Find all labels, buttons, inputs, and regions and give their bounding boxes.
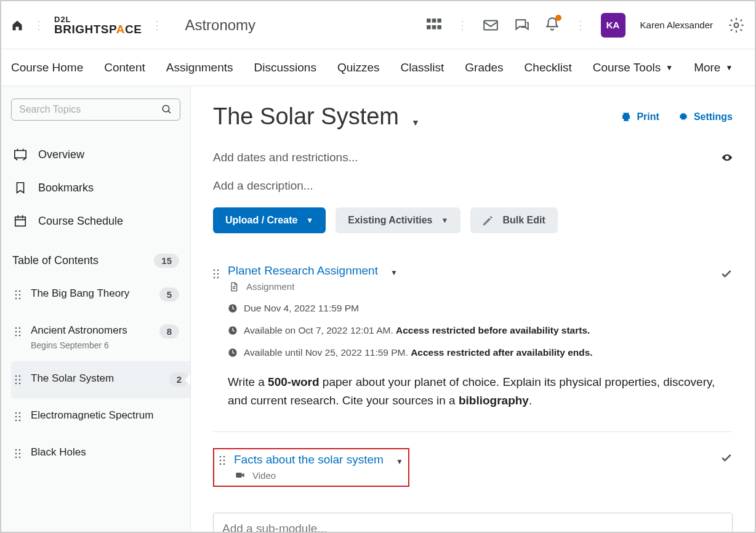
chevron-down-icon[interactable]: ▼ — [396, 457, 403, 466]
drag-handle-icon[interactable] — [15, 412, 21, 424]
svg-point-35 — [15, 449, 17, 451]
chevron-down-icon: ▼ — [306, 216, 313, 225]
search-input[interactable] — [19, 104, 161, 115]
page-title[interactable]: The Solar System — [213, 103, 399, 130]
svg-rect-1 — [432, 18, 436, 23]
drag-handle-icon[interactable] — [15, 290, 21, 302]
bulk-edit-button[interactable]: Bulk Edit — [470, 207, 557, 233]
drag-handle-icon[interactable] — [219, 455, 225, 468]
apps-grid-icon[interactable] — [426, 17, 442, 33]
svg-point-42 — [214, 270, 215, 271]
course-name[interactable]: Astronomy — [185, 17, 255, 34]
count-badge: 5 — [159, 287, 179, 302]
toc-header[interactable]: Table of Contents 15 — [11, 242, 180, 276]
sidebar-overview[interactable]: Overview — [11, 138, 180, 171]
drag-handle-icon[interactable] — [15, 375, 21, 387]
highlighted-content-item: Facts about the solar system ▼ Video — [213, 448, 409, 487]
content-type-label: Video — [252, 470, 276, 481]
nav-course-tools[interactable]: Course Tools▼ — [593, 61, 673, 74]
print-button[interactable]: Print — [621, 111, 659, 122]
nav-discussions[interactable]: Discussions — [254, 61, 316, 74]
svg-point-27 — [15, 383, 17, 385]
svg-point-39 — [15, 457, 17, 459]
user-name[interactable]: Karen Alexsander — [640, 20, 713, 30]
svg-point-28 — [19, 383, 21, 385]
add-description-link[interactable]: Add a description... — [213, 179, 313, 193]
toc-item-ancient-astronomers[interactable]: Ancient AstronomersBegins September 6 8 — [11, 313, 180, 361]
completion-check-icon[interactable] — [720, 452, 733, 464]
avatar[interactable]: KA — [601, 13, 625, 38]
toc-count-badge: 15 — [154, 254, 179, 268]
drag-handle-icon[interactable] — [15, 449, 21, 461]
gear-icon[interactable] — [728, 17, 745, 34]
brightspace-logo[interactable]: D2L BRIGHTSPACE — [54, 15, 142, 35]
add-sub-module-input[interactable] — [213, 513, 733, 532]
sidebar-schedule[interactable]: Course Schedule — [11, 204, 180, 238]
home-icon[interactable] — [11, 19, 23, 31]
chevron-down-icon[interactable]: ▼ — [390, 268, 398, 277]
svg-point-47 — [217, 277, 219, 279]
svg-point-15 — [15, 298, 17, 300]
count-badge: 8 — [159, 324, 179, 339]
video-icon — [235, 470, 245, 480]
content-item-description[interactable]: Write a 500-word paper about your planet… — [228, 373, 720, 411]
toc-item-em-spectrum[interactable]: Electromagnetic Spectrum — [11, 398, 180, 435]
svg-point-55 — [220, 463, 222, 465]
svg-point-34 — [19, 420, 21, 422]
toc-item-black-holes[interactable]: Black Holes — [11, 435, 180, 472]
svg-point-36 — [19, 449, 21, 451]
svg-point-54 — [223, 459, 225, 461]
svg-point-13 — [15, 294, 17, 296]
mail-icon[interactable] — [483, 17, 499, 33]
nav-assignments[interactable]: Assignments — [166, 61, 233, 74]
content-item-title[interactable]: Facts about the solar system — [234, 453, 384, 467]
settings-button[interactable]: Settings — [678, 111, 733, 122]
svg-point-21 — [15, 335, 17, 337]
search-icon — [161, 104, 172, 115]
content-toolbar: Upload / Create▼ Existing Activities▼ Bu… — [213, 207, 733, 233]
chat-icon[interactable] — [513, 17, 529, 33]
svg-point-22 — [19, 335, 21, 337]
visibility-icon[interactable] — [722, 154, 733, 161]
existing-activities-button[interactable]: Existing Activities▼ — [336, 207, 460, 233]
svg-point-30 — [19, 412, 21, 414]
drag-handle-icon[interactable] — [15, 327, 21, 339]
svg-point-45 — [217, 273, 219, 275]
chevron-down-icon: ▼ — [725, 63, 733, 72]
svg-point-8 — [163, 105, 169, 112]
nav-content[interactable]: Content — [104, 61, 145, 74]
toc-item-solar-system[interactable]: The Solar System 2 — [11, 361, 190, 398]
completion-check-icon[interactable] — [720, 268, 733, 280]
svg-point-14 — [19, 294, 21, 296]
chevron-down-icon[interactable]: ▼ — [411, 118, 420, 127]
nav-checklist[interactable]: Checklist — [525, 61, 572, 74]
toc-item-big-bang[interactable]: The Big Bang Theory 5 — [11, 276, 180, 313]
nav-quizzes[interactable]: Quizzes — [337, 61, 380, 74]
upload-create-button[interactable]: Upload / Create▼ — [213, 207, 326, 233]
svg-point-40 — [19, 457, 21, 459]
svg-point-53 — [220, 459, 222, 461]
drag-handle-icon[interactable] — [213, 269, 219, 281]
svg-point-44 — [214, 273, 215, 275]
svg-point-56 — [223, 463, 225, 465]
nav-grades[interactable]: Grades — [465, 61, 503, 74]
svg-rect-10 — [15, 217, 26, 226]
nav-classlist[interactable]: Classlist — [401, 61, 444, 74]
svg-point-51 — [220, 455, 222, 457]
search-topics[interactable] — [11, 98, 180, 121]
divider — [213, 431, 733, 432]
nav-course-home[interactable]: Course Home — [11, 61, 83, 74]
nav-more[interactable]: More▼ — [694, 61, 733, 74]
svg-point-17 — [15, 327, 17, 329]
notification-bell[interactable] — [544, 16, 560, 34]
svg-point-29 — [15, 412, 17, 414]
separator: ⋮ — [151, 18, 163, 32]
svg-rect-9 — [15, 151, 26, 158]
sidebar-bookmarks[interactable]: Bookmarks — [11, 171, 180, 204]
separator: ⋮ — [575, 18, 586, 32]
add-dates-link[interactable]: Add dates and restrictions... — [213, 151, 358, 164]
content-item-video: Facts about the solar system ▼ Video — [213, 439, 733, 495]
chevron-down-icon: ▼ — [441, 216, 448, 225]
calendar-icon — [14, 214, 27, 228]
content-item-title[interactable]: Planet Research Assignment — [228, 264, 378, 278]
